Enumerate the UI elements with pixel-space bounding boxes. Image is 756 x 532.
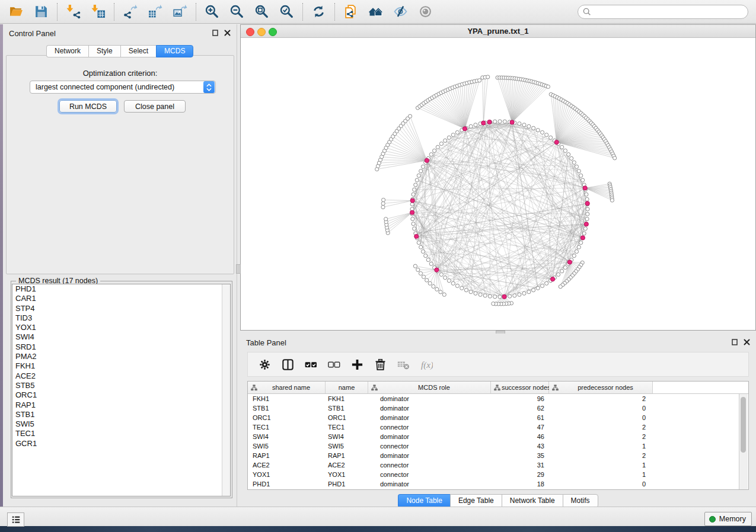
table-row[interactable]: ACE2ACE2connector311	[248, 460, 748, 470]
tab-style[interactable]: Style	[88, 45, 120, 57]
mcds-result-item[interactable]: STB5	[12, 381, 230, 390]
table-row[interactable]: FKH1FKH1dominator962	[248, 394, 748, 403]
close-table-panel-icon[interactable]	[744, 339, 750, 345]
mcds-result-item[interactable]: GCR1	[12, 439, 230, 448]
search-field[interactable]	[578, 5, 748, 19]
fx-icon: f(x)	[420, 358, 433, 371]
mcds-result-item[interactable]: TEC1	[12, 429, 230, 438]
add-column-button[interactable]	[350, 357, 364, 371]
memory-status-icon	[709, 516, 716, 523]
zoom-in-button[interactable]	[202, 2, 222, 22]
zoom-fit-icon	[254, 4, 269, 19]
save-session-button[interactable]	[31, 2, 51, 22]
toolbar-separator	[302, 3, 303, 21]
mcds-result-item[interactable]: TID3	[12, 313, 230, 323]
criterion-dropdown[interactable]: largest connected component (undirected)	[30, 81, 216, 94]
cell-predecessor-nodes: 1	[549, 441, 653, 451]
mcds-result-item[interactable]: CAR1	[12, 294, 230, 303]
memory-label: Memory	[719, 515, 746, 523]
open-session-button[interactable]	[6, 2, 26, 22]
mcds-result-item[interactable]: PMA2	[12, 352, 230, 361]
task-history-button[interactable]	[7, 512, 24, 527]
float-table-panel-icon[interactable]	[732, 339, 738, 345]
mcds-result-item[interactable]: RAP1	[12, 400, 230, 410]
mcds-list-scrollbar[interactable]	[222, 284, 230, 496]
zoom-out-button[interactable]	[227, 2, 247, 22]
table-row[interactable]: PHD1PHD1dominator180	[248, 479, 748, 489]
node-table: shared namenameMCDS rolesuccessor nodes⌄…	[247, 381, 749, 490]
run-mcds-button[interactable]: Run MCDS	[59, 100, 117, 113]
search-input[interactable]	[592, 6, 748, 18]
cell-name: SWI5	[326, 441, 368, 451]
column-header-name[interactable]: name	[326, 382, 368, 393]
mcds-result-item[interactable]: PHD1	[12, 284, 230, 294]
tab-edge-table[interactable]: Edge Table	[450, 494, 502, 508]
cell-successor-nodes: 61	[491, 413, 549, 422]
float-panel-icon[interactable]	[212, 30, 219, 36]
memory-button[interactable]: Memory	[704, 512, 752, 526]
zoom-selected-button[interactable]	[276, 2, 296, 22]
mcds-result-item[interactable]: ORC1	[12, 390, 230, 400]
import-table-button[interactable]	[88, 2, 108, 22]
optimization-criterion-label: Optimization criterion:	[7, 69, 234, 78]
mcds-result-item[interactable]: ACE2	[12, 371, 230, 381]
cell-successor-nodes: 18	[491, 479, 549, 489]
mcds-result-item[interactable]: STP4	[12, 304, 230, 313]
network-canvas[interactable]	[241, 38, 755, 330]
clone-network-button[interactable]	[340, 2, 361, 22]
refresh-button[interactable]	[308, 2, 328, 22]
cell-MCDS-role: connector	[368, 460, 491, 470]
tab-node-table[interactable]: Node Table	[398, 494, 450, 508]
column-visibility-button[interactable]	[280, 357, 295, 371]
table-row[interactable]: YOX1YOX1connector291	[248, 470, 748, 479]
list-icon	[11, 515, 21, 524]
cell-shared-name: STB1	[248, 403, 326, 413]
table-row[interactable]: SWI5SWI5connector431	[248, 441, 748, 451]
tab-network[interactable]: Network	[46, 45, 88, 57]
table-row[interactable]: RAP1RAP1dominator352	[248, 451, 748, 460]
export-network-button[interactable]	[120, 2, 140, 22]
mcds-result-item[interactable]: FKH1	[12, 361, 230, 371]
tab-network-table[interactable]: Network Table	[502, 494, 563, 508]
show-all-button[interactable]	[415, 2, 435, 22]
table-scrollbar[interactable]	[739, 394, 748, 490]
delete-table-button	[396, 357, 410, 371]
mcds-result-item[interactable]: SWI5	[12, 419, 230, 429]
close-panel-button[interactable]: Close panel	[124, 100, 186, 113]
mcds-result-item[interactable]: STB1	[12, 410, 230, 419]
column-header-predecessor-nodes[interactable]: predecessor nodes	[549, 382, 653, 393]
table-scrollbar-thumb[interactable]	[741, 397, 746, 453]
import-network-button[interactable]	[63, 2, 83, 22]
cell-successor-nodes: 31	[491, 460, 549, 470]
deselect-all-button[interactable]	[327, 357, 341, 371]
first-neighbors-button[interactable]	[365, 2, 385, 22]
column-header-shared-name[interactable]: shared name	[248, 382, 326, 393]
tab-select[interactable]: Select	[120, 45, 156, 57]
zoom-fit-button[interactable]	[251, 2, 272, 22]
export-image-button[interactable]	[170, 2, 190, 22]
table-row[interactable]: STB1STB1dominator620	[248, 403, 748, 413]
table-row[interactable]: TEC1TEC1connector472	[248, 422, 748, 432]
mcds-result-item[interactable]: SRD1	[12, 342, 230, 352]
select-all-button[interactable]	[304, 357, 318, 371]
mcds-result-item[interactable]: SWI4	[12, 332, 230, 342]
tab-motifs[interactable]: Motifs	[563, 494, 598, 508]
table-row[interactable]: ORC1ORC1dominator610	[248, 413, 748, 422]
network-window-titlebar[interactable]: YPA_prune.txt_1	[241, 25, 755, 38]
column-header-MCDS-role[interactable]: MCDS role	[368, 382, 491, 393]
mcds-result-list: PHD1CAR1STP4TID3YOX1SWI4SRD1PMA2FKH1ACE2…	[12, 284, 231, 496]
cell-shared-name: RAP1	[248, 451, 326, 460]
mcds-result-item[interactable]: YOX1	[12, 323, 230, 332]
tab-mcds[interactable]: MCDS	[156, 45, 193, 57]
vertical-split-handle[interactable]	[236, 264, 241, 274]
hide-selected-button[interactable]	[390, 2, 410, 22]
table-row[interactable]: SWI4SWI4dominator462	[248, 432, 748, 441]
cell-MCDS-role: dominator	[368, 413, 491, 422]
export-network-icon	[123, 4, 138, 19]
column-header-successor-nodes[interactable]: successor nodes⌄	[491, 382, 549, 393]
close-panel-icon[interactable]	[224, 30, 231, 36]
delete-column-button[interactable]	[373, 357, 387, 371]
table-settings-button[interactable]	[257, 357, 272, 371]
export-table-button[interactable]	[145, 2, 165, 22]
table-panel: Table Panel f(x) shared namenameMCDS rol…	[240, 334, 756, 507]
